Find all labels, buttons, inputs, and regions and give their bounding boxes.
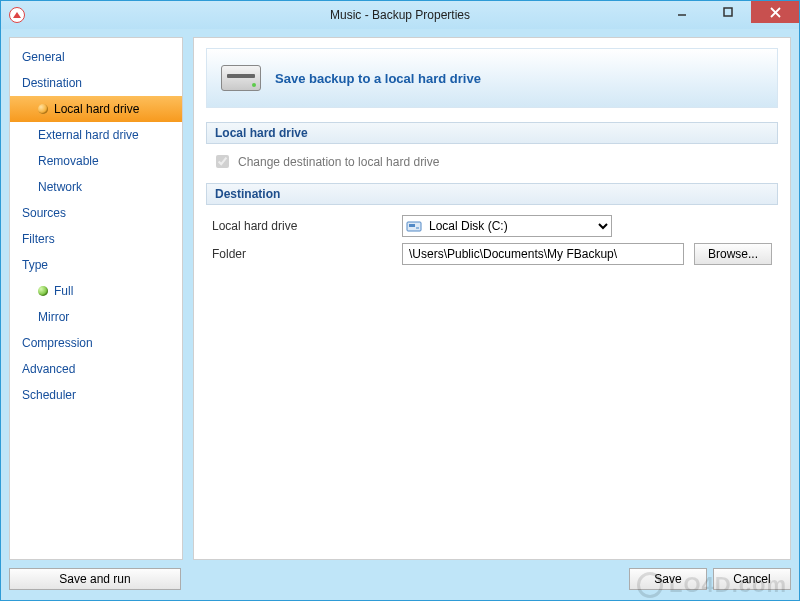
sidebar-item-removable[interactable]: Removable [10, 148, 182, 174]
sidebar-item-mirror[interactable]: Mirror [10, 304, 182, 330]
drive-select[interactable]: Local Disk (C:) [402, 215, 612, 237]
bullet-icon [38, 104, 48, 114]
change-destination-row[interactable]: Change destination to local hard drive [206, 150, 778, 183]
window: Music - Backup Properties General Destin… [0, 0, 800, 601]
sidebar-item-label: Local hard drive [54, 100, 139, 118]
sidebar-item-general[interactable]: General [10, 44, 182, 70]
change-destination-label: Change destination to local hard drive [238, 155, 439, 169]
footer: Save and run Save Cancel [9, 566, 791, 592]
section-header-local-hard-drive: Local hard drive [206, 122, 778, 144]
bullet-icon [38, 286, 48, 296]
sidebar-item-filters[interactable]: Filters [10, 226, 182, 252]
minimize-icon [677, 7, 687, 17]
sidebar-item-external-hard-drive[interactable]: External hard drive [10, 122, 182, 148]
sidebar-item-full[interactable]: Full [10, 278, 182, 304]
close-button[interactable] [751, 1, 799, 23]
close-icon [770, 7, 781, 18]
sidebar-item-sources[interactable]: Sources [10, 200, 182, 226]
drive-select-wrap: Local Disk (C:) [402, 215, 612, 237]
change-destination-checkbox[interactable] [216, 155, 229, 168]
hard-drive-icon [221, 65, 261, 91]
sidebar-item-label: Full [54, 282, 73, 300]
banner: Save backup to a local hard drive [206, 48, 778, 108]
sidebar: General Destination Local hard drive Ext… [9, 37, 183, 560]
main-panel: Save backup to a local hard drive Local … [193, 37, 791, 560]
folder-input[interactable] [402, 243, 684, 265]
sidebar-item-local-hard-drive[interactable]: Local hard drive [10, 96, 182, 122]
window-buttons [659, 1, 799, 23]
sidebar-item-compression[interactable]: Compression [10, 330, 182, 356]
folder-label: Folder [212, 247, 392, 261]
app-icon [9, 7, 25, 23]
section-header-destination: Destination [206, 183, 778, 205]
maximize-icon [723, 7, 733, 17]
maximize-button[interactable] [705, 1, 751, 23]
svg-rect-1 [724, 8, 732, 16]
sidebar-item-network[interactable]: Network [10, 174, 182, 200]
minimize-button[interactable] [659, 1, 705, 23]
cancel-button[interactable]: Cancel [713, 568, 791, 590]
browse-button[interactable]: Browse... [694, 243, 772, 265]
save-button[interactable]: Save [629, 568, 707, 590]
titlebar: Music - Backup Properties [1, 1, 799, 29]
sidebar-item-advanced[interactable]: Advanced [10, 356, 182, 382]
sidebar-item-scheduler[interactable]: Scheduler [10, 382, 182, 408]
save-and-run-button[interactable]: Save and run [9, 568, 181, 590]
drive-label: Local hard drive [212, 219, 392, 233]
sidebar-item-destination[interactable]: Destination [10, 70, 182, 96]
sidebar-item-type[interactable]: Type [10, 252, 182, 278]
banner-title: Save backup to a local hard drive [275, 71, 481, 86]
